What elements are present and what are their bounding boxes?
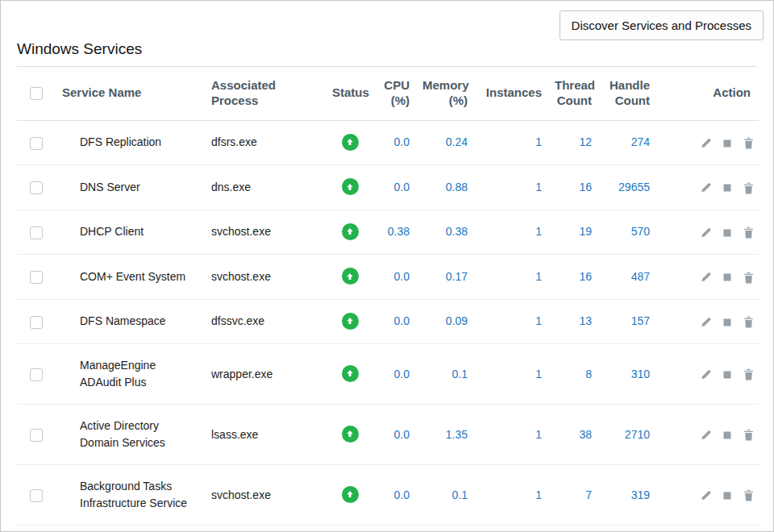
delete-icon[interactable] — [743, 272, 754, 284]
delete-icon[interactable] — [743, 368, 754, 380]
row-checkbox[interactable] — [30, 368, 43, 381]
stop-icon[interactable] — [722, 183, 732, 193]
cpu-value: 0.0 — [374, 299, 416, 344]
delete-icon[interactable] — [743, 137, 754, 149]
thread-count-value: 8 — [548, 344, 598, 405]
table-row: COM+ Event System svchost.exe 0.0 0.17 1… — [17, 255, 759, 300]
instances-value: 1 — [474, 299, 548, 344]
memory-value: 0.1 — [416, 344, 474, 405]
checkbox-cell — [17, 255, 56, 300]
stop-icon[interactable] — [722, 430, 732, 440]
table-row: Background Tasks Infrastructure Service … — [17, 465, 759, 526]
col-instances: Instances — [474, 67, 548, 120]
checkbox-cell — [17, 210, 56, 255]
row-checkbox[interactable] — [30, 227, 43, 239]
table-header: Service Name Associated Process Status C… — [17, 67, 759, 120]
memory-value: 0.1 — [416, 465, 474, 526]
memory-value: 0.17 — [416, 255, 474, 300]
action-cell — [656, 405, 759, 465]
thread-count-value: 38 — [548, 405, 598, 465]
status-cell — [326, 344, 374, 405]
select-all-cell — [17, 67, 56, 120]
edit-icon[interactable] — [700, 272, 711, 283]
edit-icon[interactable] — [700, 182, 711, 193]
status-cell — [326, 210, 374, 255]
associated-process: svchost.exe — [205, 465, 326, 526]
delete-icon[interactable] — [743, 489, 754, 501]
stop-icon[interactable] — [722, 318, 732, 327]
checkbox-cell — [17, 465, 56, 526]
edit-icon[interactable] — [700, 430, 711, 441]
delete-icon[interactable] — [743, 182, 754, 194]
status-up-icon — [342, 178, 359, 195]
edit-icon[interactable] — [700, 490, 711, 501]
cpu-value: 0.0 — [374, 405, 416, 465]
associated-process: lsass.exe — [205, 405, 326, 465]
discover-services-button[interactable]: Discover Services and Processes — [560, 10, 764, 40]
edit-icon[interactable] — [700, 317, 711, 328]
stop-icon[interactable] — [722, 370, 732, 380]
delete-icon[interactable] — [743, 429, 754, 441]
edit-icon[interactable] — [700, 227, 711, 239]
select-all-checkbox[interactable] — [30, 87, 43, 100]
row-checkbox[interactable] — [30, 181, 43, 194]
action-cell — [656, 255, 759, 300]
associated-process: dfssvc.exe — [205, 299, 326, 344]
edit-icon[interactable] — [700, 369, 711, 380]
status-up-icon — [342, 426, 359, 443]
service-name: ManageEngine ADAudit Plus — [56, 344, 205, 405]
instances-value: 1 — [474, 120, 548, 165]
stop-icon[interactable] — [722, 139, 732, 148]
action-cell — [656, 299, 759, 344]
action-cell — [656, 344, 759, 405]
col-action: Action — [656, 67, 759, 120]
cpu-value: 0.0 — [374, 344, 416, 405]
delete-icon[interactable] — [743, 316, 754, 328]
col-associated-process: Associated Process — [205, 67, 326, 120]
handle-count-value: 487 — [598, 255, 656, 300]
col-status: Status — [326, 67, 374, 120]
associated-process: wrapper.exe — [205, 344, 326, 405]
handle-count-value: 319 — [598, 465, 656, 526]
status-up-icon — [342, 313, 359, 330]
status-cell — [326, 255, 374, 300]
action-cell — [656, 465, 759, 526]
action-cell — [656, 210, 759, 255]
page-title: Windows Services — [17, 40, 757, 67]
handle-count-value: 157 — [598, 299, 656, 344]
delete-icon[interactable] — [743, 227, 754, 239]
handle-count-value: 29655 — [598, 165, 656, 210]
header-row: Service Name Associated Process Status C… — [17, 67, 759, 120]
table-row: Active Directory Domain Services lsass.e… — [17, 405, 759, 465]
associated-process: svchost.exe — [205, 255, 326, 300]
row-checkbox[interactable] — [30, 316, 43, 329]
col-memory: Memory (%) — [416, 67, 474, 120]
status-up-icon — [342, 486, 359, 503]
stop-icon[interactable] — [722, 272, 732, 282]
stop-icon[interactable] — [722, 491, 732, 501]
edit-icon[interactable] — [700, 138, 711, 149]
status-cell — [326, 120, 374, 165]
memory-value: 0.38 — [416, 210, 474, 255]
checkbox-cell — [17, 405, 56, 465]
associated-process: svchost.exe — [205, 210, 326, 255]
row-checkbox[interactable] — [30, 137, 43, 150]
table-row: DFS Namespace dfssvc.exe 0.0 0.09 1 13 1… — [17, 299, 759, 344]
action-cell — [656, 165, 759, 210]
status-up-icon — [342, 365, 359, 382]
stop-icon[interactable] — [722, 228, 732, 238]
table-row: DHCP Client svchost.exe 0.38 0.38 1 19 5… — [17, 210, 759, 255]
service-name: DFS Namespace — [56, 299, 205, 344]
instances-value: 1 — [474, 165, 548, 210]
instances-value: 1 — [474, 344, 548, 405]
row-checkbox[interactable] — [30, 271, 43, 284]
row-checkbox[interactable] — [30, 489, 43, 502]
service-name: Background Tasks Infrastructure Service — [56, 465, 205, 526]
action-cell — [656, 120, 759, 165]
table-row: DNS Server dns.exe 0.0 0.88 1 16 29655 — [17, 165, 759, 210]
table-row: DFS Replication dfsrs.exe 0.0 0.24 1 12 … — [17, 120, 759, 165]
status-cell — [326, 165, 374, 210]
row-checkbox[interactable] — [30, 429, 43, 442]
status-cell — [326, 405, 374, 465]
col-handle-count: Handle Count — [598, 67, 656, 120]
